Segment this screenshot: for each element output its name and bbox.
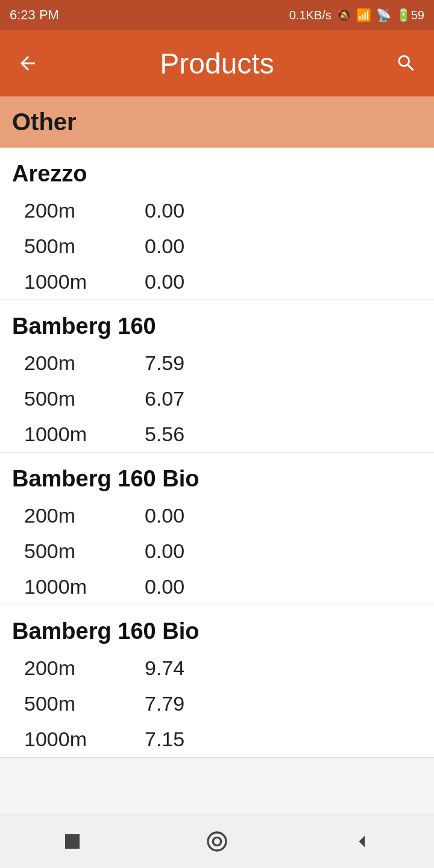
product-price-value: 5.56 [145, 423, 184, 446]
product-size-label: 1000m [24, 575, 145, 599]
section-title: Other [12, 108, 77, 135]
product-name: Bamberg 160 Bio [0, 453, 434, 498]
product-name: Bamberg 160 [0, 300, 434, 345]
product-row[interactable]: 1000m0.00 [0, 569, 434, 605]
svg-point-2 [213, 837, 221, 845]
product-price-value: 6.07 [145, 387, 184, 410]
product-row[interactable]: 200m7.59 [0, 345, 434, 381]
product-size-label: 1000m [24, 270, 145, 294]
product-row[interactable]: 500m0.00 [0, 533, 434, 569]
product-price-value: 0.00 [145, 199, 184, 222]
signal-icon: 📶 [356, 8, 371, 22]
wifi-icon: 📡 [376, 8, 391, 22]
product-list: Arezzo200m0.00500m0.001000m0.00Bamberg 1… [0, 148, 434, 758]
bottom-navigation [0, 814, 434, 868]
network-speed: 0.1KB/s [289, 8, 332, 22]
mute-icon: 🔕 [336, 8, 351, 22]
page-title: Products [160, 47, 274, 80]
product-row[interactable]: 200m0.00 [0, 193, 434, 228]
product-size-label: 1000m [24, 728, 145, 751]
product-group: Arezzo200m0.00500m0.001000m0.00 [0, 148, 434, 300]
product-group: Bamberg 160200m7.59500m6.071000m5.56 [0, 300, 434, 453]
back-button[interactable] [12, 48, 43, 79]
product-size-label: 500m [24, 387, 145, 410]
product-row[interactable]: 1000m5.56 [0, 417, 434, 452]
status-icons: 0.1KB/s 🔕 📶 📡 🔋59 [289, 8, 424, 22]
product-name: Arezzo [0, 148, 434, 193]
product-size-label: 200m [24, 656, 145, 680]
product-size-label: 200m [24, 199, 145, 222]
product-price-value: 0.00 [145, 504, 184, 527]
product-price-value: 7.15 [145, 728, 184, 751]
product-price-value: 0.00 [145, 234, 184, 258]
product-name: Bamberg 160 Bio [0, 605, 434, 650]
product-price-value: 7.79 [145, 692, 184, 715]
product-row[interactable]: 500m7.79 [0, 686, 434, 722]
home-button[interactable] [199, 823, 235, 860]
product-group: Bamberg 160 Bio200m9.74500m7.791000m7.15 [0, 605, 434, 758]
product-size-label: 500m [24, 692, 145, 715]
product-row[interactable]: 500m6.07 [0, 381, 434, 417]
app-bar: Products [0, 30, 434, 96]
product-size-label: 500m [24, 539, 145, 563]
product-size-label: 200m [24, 351, 145, 375]
product-price-value: 0.00 [145, 270, 184, 294]
status-time: 6:23 PM [10, 7, 59, 23]
product-row[interactable]: 200m9.74 [0, 650, 434, 686]
stop-button[interactable] [54, 823, 90, 860]
product-price-value: 7.59 [145, 351, 184, 375]
product-price-value: 9.74 [145, 656, 184, 680]
product-row[interactable]: 200m0.00 [0, 498, 434, 533]
svg-rect-0 [65, 834, 80, 849]
section-header: Other [0, 96, 434, 148]
product-price-value: 0.00 [145, 539, 184, 563]
product-price-value: 0.00 [145, 575, 184, 599]
back-nav-button[interactable] [344, 823, 380, 860]
product-size-label: 500m [24, 234, 145, 258]
product-group: Bamberg 160 Bio200m0.00500m0.001000m0.00 [0, 453, 434, 605]
svg-point-1 [208, 832, 226, 851]
battery-icon: 🔋59 [396, 8, 424, 22]
product-row[interactable]: 500m0.00 [0, 228, 434, 264]
product-row[interactable]: 1000m7.15 [0, 722, 434, 757]
product-size-label: 200m [24, 504, 145, 527]
product-size-label: 1000m [24, 423, 145, 446]
product-row[interactable]: 1000m0.00 [0, 264, 434, 300]
search-button[interactable] [391, 48, 422, 79]
status-bar: 6:23 PM 0.1KB/s 🔕 📶 📡 🔋59 [0, 0, 434, 30]
